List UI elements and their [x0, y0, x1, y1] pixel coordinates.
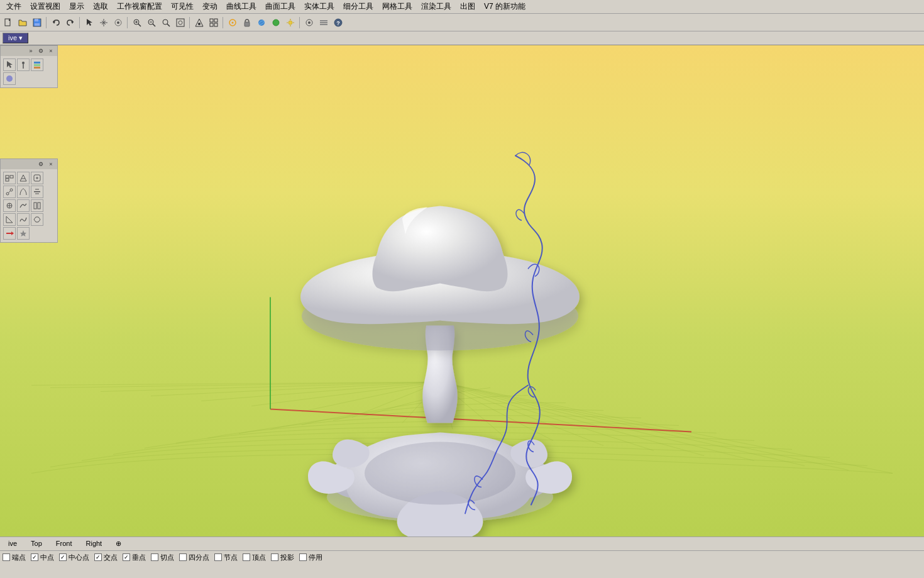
menu-subd-tools[interactable]: 细分工具: [339, 0, 377, 13]
svg-point-18: [179, 21, 182, 25]
svg-line-59: [101, 382, 440, 392]
panel2-icon-9[interactable]: [31, 199, 43, 212]
osnap-disable-check[interactable]: [299, 553, 307, 561]
osnap-tangent-check[interactable]: [151, 553, 158, 561]
tab-front[interactable]: Front: [50, 538, 78, 549]
toolbar-new[interactable]: [1, 16, 15, 30]
osnap-vertex[interactable]: 顶点: [243, 553, 266, 562]
panel1-icon-layer[interactable]: [31, 58, 43, 71]
osnap-project-check[interactable]: [271, 553, 278, 561]
menu-transform[interactable]: 变动: [199, 0, 221, 13]
panel1-icon-material[interactable]: [3, 72, 16, 85]
panel2-icon-star[interactable]: [17, 227, 30, 240]
panel1-icon-point[interactable]: [17, 58, 30, 71]
panel2-icon-12[interactable]: [31, 213, 43, 226]
panel2-icon-4[interactable]: [3, 186, 16, 198]
tab-options[interactable]: ⊕: [110, 538, 127, 550]
svg-rect-88: [38, 203, 40, 209]
menu-mesh-tools[interactable]: 网格工具: [378, 0, 416, 13]
panel2-icon-1[interactable]: [3, 172, 16, 184]
toolbar-layer-manager[interactable]: [317, 16, 331, 30]
osnap-center[interactable]: 中心点: [59, 553, 89, 562]
osnap-perpendicular-check[interactable]: [123, 553, 130, 561]
toolbar-materials[interactable]: [255, 16, 268, 30]
osnap-knot[interactable]: 节点: [214, 553, 238, 562]
active-viewport-btn[interactable]: ive ▾: [3, 33, 28, 43]
toolbar-sun[interactable]: [283, 16, 297, 30]
menu-file[interactable]: 文件: [3, 0, 25, 13]
toolbar-point[interactable]: [111, 16, 125, 30]
panel2-icon-arrow[interactable]: [3, 227, 16, 240]
menu-select[interactable]: 选取: [89, 0, 112, 13]
osnap-intersection-check[interactable]: [94, 553, 102, 561]
osnap-endpoint-check[interactable]: [3, 553, 10, 561]
menu-solid-tools[interactable]: 实体工具: [300, 0, 338, 13]
panel2-icon-11[interactable]: [17, 213, 30, 226]
menu-render-tools[interactable]: 渲染工具: [417, 0, 455, 13]
panel2-icon-8[interactable]: [17, 199, 30, 212]
toolbar-grid-snap[interactable]: [207, 16, 221, 30]
osnap-vertex-check[interactable]: [243, 553, 250, 561]
osnap-intersection[interactable]: 交点: [94, 553, 118, 562]
toolbar-render[interactable]: [269, 16, 283, 30]
3d-viewport[interactable]: » ⚙ ×: [0, 45, 924, 536]
left-panel-1: » ⚙ ×: [0, 45, 58, 89]
menu-curve-tools[interactable]: 曲线工具: [223, 0, 260, 13]
tab-right[interactable]: Right: [80, 538, 108, 549]
svg-rect-38: [320, 20, 327, 21]
osnap-perpendicular[interactable]: 垂点: [123, 553, 146, 562]
osnap-project[interactable]: 投影: [271, 553, 294, 562]
svg-rect-87: [34, 203, 36, 209]
panel1-close[interactable]: ×: [47, 47, 55, 55]
osnap-midpoint-label: 中点: [40, 553, 54, 562]
toolbar-zoom-all[interactable]: [173, 16, 187, 30]
toolbar-drag[interactable]: [97, 16, 111, 30]
menu-setview[interactable]: 设置视图: [26, 0, 64, 13]
toolbar-select[interactable]: [82, 16, 96, 30]
menu-surface-tools[interactable]: 曲面工具: [261, 0, 299, 13]
toolbar-open[interactable]: [16, 16, 30, 30]
osnap-midpoint-check[interactable]: [31, 553, 38, 561]
osnap-quadrant-check[interactable]: [179, 553, 187, 561]
panel2-icon-6[interactable]: [31, 186, 43, 198]
panel2-icon-7[interactable]: [3, 199, 16, 212]
panel2-settings[interactable]: ⚙: [37, 160, 45, 168]
osnap-knot-check[interactable]: [214, 553, 222, 561]
menu-drafting[interactable]: 出图: [456, 0, 479, 13]
toolbar-snap[interactable]: [192, 16, 206, 30]
toolbar-undo[interactable]: [49, 16, 63, 30]
toolbar-save[interactable]: [30, 16, 44, 30]
osnap-tangent[interactable]: 切点: [151, 553, 174, 562]
panel2-icon-3[interactable]: [31, 172, 43, 184]
toolbar-redo[interactable]: [63, 16, 77, 30]
tab-active[interactable]: ive: [3, 538, 23, 549]
panel2-close[interactable]: ×: [47, 160, 55, 168]
svg-rect-40: [320, 24, 327, 25]
panel1-settings[interactable]: ⚙: [37, 47, 45, 55]
menu-display[interactable]: 显示: [65, 0, 88, 13]
osnap-disable-label: 停用: [309, 553, 322, 562]
toolbar-settings[interactable]: [302, 16, 316, 30]
toolbar-zoom-window[interactable]: [159, 16, 173, 30]
osnap-quadrant[interactable]: 四分点: [179, 553, 209, 562]
toolbar-lock[interactable]: [240, 16, 254, 30]
osnap-center-check[interactable]: [59, 553, 67, 561]
panel1-icon-select[interactable]: [3, 58, 16, 71]
menu-v7-new[interactable]: V7 的新功能: [480, 0, 529, 13]
panel2-icon-10[interactable]: [3, 213, 16, 226]
menu-workview[interactable]: 工作视窗配置: [113, 0, 166, 13]
toolbar-zoom-in[interactable]: [130, 16, 144, 30]
toolbar-help[interactable]: ?: [331, 16, 345, 30]
osnap-disable[interactable]: 停用: [299, 553, 322, 562]
toolbar-osnap[interactable]: [226, 16, 239, 30]
panel1-expand[interactable]: »: [27, 47, 35, 55]
osnap-endpoint[interactable]: 端点: [3, 553, 26, 562]
panel2-icon-5[interactable]: [17, 186, 30, 198]
svg-rect-69: [34, 62, 40, 64]
toolbar-zoom-out[interactable]: [145, 16, 158, 30]
panel2-icon-2[interactable]: [17, 172, 30, 184]
osnap-midpoint[interactable]: 中点: [31, 553, 54, 562]
svg-rect-83: [34, 191, 40, 192]
tab-top[interactable]: Top: [25, 538, 48, 549]
menu-visibility[interactable]: 可见性: [167, 0, 197, 13]
